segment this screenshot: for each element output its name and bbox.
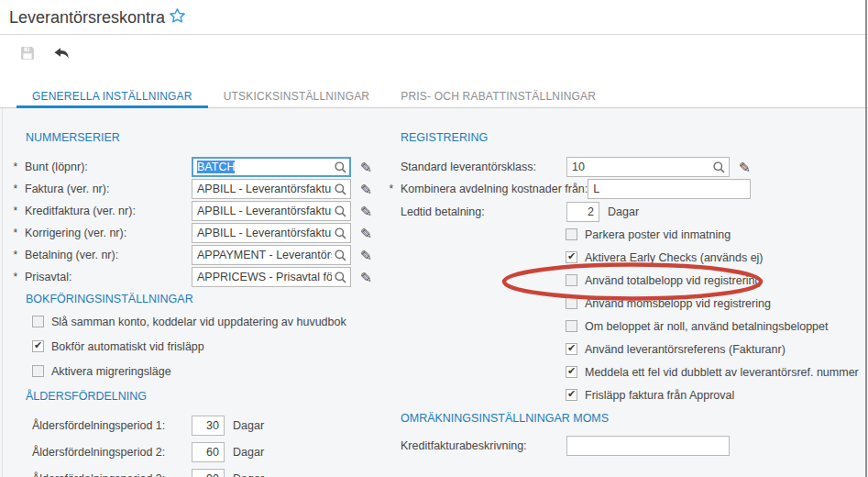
edit-pencil-icon[interactable]: ✎ bbox=[360, 249, 372, 262]
favorite-star-icon[interactable] bbox=[169, 7, 186, 25]
checkbox[interactable] bbox=[566, 274, 577, 286]
checkbox-label: Aktivera migreringsläge bbox=[51, 365, 171, 378]
search-icon[interactable] bbox=[334, 249, 347, 262]
checkbox-label: Slå samman konto, koddelar vid uppdateri… bbox=[51, 316, 346, 328]
checkbox-label: Frisläpp faktura från Approval bbox=[585, 389, 734, 402]
kreditfaktura-lookup-input[interactable]: APBILL - Leverantörsfakturor bbox=[192, 201, 351, 221]
checkbox[interactable] bbox=[566, 389, 577, 401]
checkbox[interactable] bbox=[566, 366, 577, 378]
unit-label: Dagar bbox=[233, 419, 264, 432]
checkbox[interactable] bbox=[566, 343, 577, 355]
edit-pencil-icon[interactable]: ✎ bbox=[360, 183, 372, 196]
tab-bar: GENERELLA INSTÄLLNINGAR UTSKICKSINSTÄLLN… bbox=[0, 84, 868, 108]
tab-utskicksinstallningar[interactable]: UTSKICKSINSTÄLLNINGAR bbox=[208, 84, 386, 108]
checkbox-row-om-beloppet-ar-noll[interactable]: Om beloppet är noll, använd betalningsbe… bbox=[566, 320, 866, 332]
prisavtal-lookup-input[interactable]: APPRICEWS - Prisavtal för leve bbox=[192, 267, 351, 287]
field-label: *Standard leverantörsklass: bbox=[389, 161, 566, 173]
checkbox[interactable] bbox=[32, 316, 44, 327]
aldersperiod-3-input[interactable]: 90 bbox=[192, 469, 225, 477]
checkbox[interactable] bbox=[566, 251, 577, 263]
checkbox-label: Använd momsbelopp vid registrering bbox=[585, 297, 771, 310]
checkbox-label: Använd totalbelopp vid registrering bbox=[585, 274, 761, 287]
betalning-lookup-input[interactable]: APPAYMENT - Leverantörsbetal bbox=[192, 245, 351, 265]
field-label: Åldersfördelningsperiod 2: bbox=[32, 446, 192, 459]
field-label: *Kombinera avdelning kostnader från: bbox=[389, 183, 588, 195]
bunt-lookup-input[interactable]: BATCH bbox=[192, 157, 351, 177]
title-bar: Leverantörsreskontra bbox=[0, 0, 868, 35]
faktura-lookup-input[interactable]: APBILL - Leverantörsfakturor bbox=[192, 179, 351, 199]
required-marker: * bbox=[13, 205, 25, 217]
search-icon[interactable] bbox=[334, 183, 347, 196]
checkbox-row-anvand-leverantorsreferens[interactable]: Använd leverantörsreferens (Fakturanr) bbox=[566, 343, 866, 355]
checkbox-row-frislapp-faktura-approval[interactable]: Frisläpp faktura från Approval bbox=[566, 389, 866, 401]
edit-pencil-icon[interactable]: ✎ bbox=[360, 271, 372, 284]
edit-pencil-icon[interactable]: ✎ bbox=[360, 205, 372, 218]
right-column: REGISTRERING *Standard leverantörsklass:… bbox=[396, 108, 866, 458]
field-row-kombinera-avdelning: *Kombinera avdelning kostnader från: L bbox=[389, 179, 866, 199]
field-row-korrigering: *Korrigering (ver. nr): APBILL - Leveran… bbox=[13, 223, 394, 243]
page-title: Leverantörsreskontra bbox=[9, 8, 165, 28]
checkbox[interactable] bbox=[566, 320, 577, 332]
checkbox-row-bokfor-automatiskt[interactable]: Bokför automatiskt vid frisläpp bbox=[32, 340, 394, 352]
checkbox-row-anvand-totalbelopp[interactable]: Använd totalbelopp vid registrering bbox=[566, 274, 866, 286]
field-row-prisavtal: *Prisavtal: APPRICEWS - Prisavtal för le… bbox=[13, 267, 394, 287]
search-icon[interactable] bbox=[334, 271, 347, 284]
save-icon[interactable] bbox=[19, 46, 36, 61]
checkbox[interactable] bbox=[566, 228, 577, 240]
checkbox[interactable] bbox=[566, 297, 577, 309]
required-marker: * bbox=[13, 249, 25, 261]
korrigering-lookup-input[interactable]: APBILL - Leverantörsfakturor bbox=[192, 223, 351, 243]
field-label: *Prisavtal: bbox=[13, 271, 192, 283]
tab-generella-installningar[interactable]: GENERELLA INSTÄLLNINGAR bbox=[16, 84, 208, 108]
field-row-ledtid-betalning: *Ledtid betalning: 2 Dagar bbox=[389, 202, 866, 222]
search-icon[interactable] bbox=[334, 205, 347, 218]
left-column: NUMMERSERIER *Bunt (löpnr): BATCH ✎ *Fak… bbox=[0, 108, 394, 477]
checkbox-label: Aktivera Early Checks (används ej) bbox=[585, 251, 764, 264]
tab-label: UTSKICKSINSTÄLLNINGAR bbox=[224, 90, 370, 103]
search-icon[interactable] bbox=[334, 161, 347, 174]
undo-icon[interactable] bbox=[53, 46, 70, 61]
tab-pris-och-rabattinstallningar[interactable]: PRIS- OCH RABATTINSTÄLLNINGAR bbox=[385, 84, 611, 108]
checkbox-label: Bokför automatiskt vid frisläpp bbox=[51, 340, 204, 353]
ledtid-betalning-input[interactable]: 2 bbox=[566, 202, 599, 222]
checkbox-row-aktivera-early-checks[interactable]: Aktivera Early Checks (används ej) bbox=[566, 251, 866, 263]
checkbox[interactable] bbox=[32, 340, 44, 352]
edit-pencil-icon[interactable]: ✎ bbox=[739, 161, 751, 174]
section-header-aldersfordelning: ÅLDERSFÖRDELNING bbox=[26, 390, 394, 403]
field-row-aldersperiod-3: Åldersfördelningsperiod 3: 90 Dagar bbox=[32, 469, 394, 477]
edit-pencil-icon[interactable]: ✎ bbox=[360, 227, 372, 240]
unit-label: Dagar bbox=[233, 446, 264, 459]
required-marker: * bbox=[389, 183, 401, 195]
checkbox-row-parkera-poster[interactable]: Parkera poster vid inmatning bbox=[566, 228, 866, 240]
kombinera-avdelning-input[interactable]: L bbox=[588, 179, 751, 199]
search-icon[interactable] bbox=[712, 161, 726, 174]
field-label: *Kreditfaktura (ver. nr): bbox=[13, 205, 192, 217]
aldersperiod-2-input[interactable]: 60 bbox=[192, 442, 225, 462]
required-marker: * bbox=[13, 227, 25, 239]
field-label: *Ledtid betalning: bbox=[389, 205, 566, 218]
required-marker: * bbox=[13, 183, 25, 195]
field-label: *Korrigering (ver. nr): bbox=[13, 227, 192, 239]
checkbox-label: Meddela ett fel vid dubblett av leverant… bbox=[585, 366, 859, 379]
edit-pencil-icon[interactable]: ✎ bbox=[360, 161, 372, 174]
section-header-registrering: REGISTRERING bbox=[401, 131, 866, 144]
section-header-omrakningsinstallningar-moms: OMRÄKNINGSINSTÄLLNINGAR MOMS bbox=[401, 412, 866, 425]
field-row-aldersperiod-2: Åldersfördelningsperiod 2: 60 Dagar bbox=[32, 442, 394, 462]
required-marker: * bbox=[13, 161, 25, 173]
checkbox-row-meddela-fel-dubblett[interactable]: Meddela ett fel vid dubblett av leverant… bbox=[566, 366, 866, 378]
unit-label: Dagar bbox=[608, 205, 639, 218]
field-label: *Kreditfakturabeskrivning: bbox=[389, 439, 566, 452]
checkbox[interactable] bbox=[32, 365, 44, 377]
field-row-aldersperiod-1: Åldersfördelningsperiod 1: 30 Dagar bbox=[32, 416, 394, 436]
search-icon[interactable] bbox=[334, 227, 347, 240]
checkbox-row-sla-samman-konto[interactable]: Slå samman konto, koddelar vid uppdateri… bbox=[32, 316, 394, 327]
field-row-betalning: *Betalning (ver. nr): APPAYMENT - Levera… bbox=[13, 245, 394, 265]
checkbox-row-anvand-momsbelopp[interactable]: Använd momsbelopp vid registrering bbox=[566, 297, 866, 309]
app-window: Leverantörsreskontra GENERELLA INSTÄLLNI… bbox=[0, 0, 868, 477]
kreditfakturabeskrivning-input[interactable] bbox=[566, 436, 730, 456]
aldersperiod-1-input[interactable]: 30 bbox=[192, 416, 225, 436]
field-label: *Faktura (ver. nr): bbox=[13, 183, 192, 195]
leverantorsklass-lookup-input[interactable]: 10 bbox=[566, 157, 730, 177]
checkbox-row-aktivera-migreringslage[interactable]: Aktivera migreringsläge bbox=[32, 365, 394, 377]
tab-label: GENERELLA INSTÄLLNINGAR bbox=[32, 90, 192, 103]
